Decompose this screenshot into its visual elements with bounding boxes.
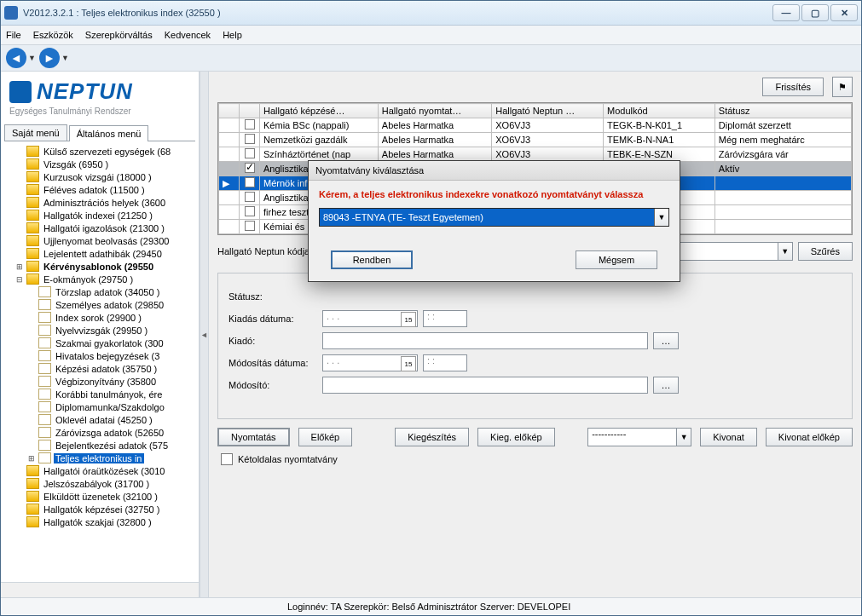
tree-node[interactable]: Jelszószabályok (31700 ): [3, 477, 199, 490]
checkbox[interactable]: [245, 148, 255, 158]
nav-back-dropdown[interactable]: ▼: [28, 54, 36, 62]
checkbox[interactable]: [245, 192, 255, 202]
filter-button[interactable]: Szűrés: [798, 242, 853, 261]
col-header[interactable]: Modulkód: [604, 104, 715, 118]
checkbox[interactable]: [245, 163, 255, 173]
nav-back-button[interactable]: ◄: [6, 48, 26, 68]
tree-node[interactable]: Féléves adatok (11500 ): [3, 183, 199, 196]
checkbox[interactable]: [245, 119, 255, 130]
issue-date-input[interactable]: . . .15: [322, 310, 418, 327]
table-row[interactable]: Színháztörténet (napAbeles HarmatkaXO6VJ…: [219, 147, 852, 162]
col-header[interactable]: [219, 104, 240, 118]
tree-node[interactable]: Nyelvvizsgák (29950 ): [3, 324, 199, 337]
row-checkbox-cell[interactable]: [240, 133, 260, 147]
tree-node[interactable]: Hallgatói óraütközések (3010: [3, 464, 199, 477]
complete-button[interactable]: Kiegészítés: [395, 428, 469, 446]
checkbox[interactable]: [245, 221, 255, 231]
maximize-button[interactable]: ▢: [801, 4, 829, 21]
tree-node[interactable]: Hivatalos bejegyzések (3: [3, 349, 199, 362]
table-row[interactable]: Nemzetközi gazdálkAbeles HarmatkaXO6VJ3T…: [219, 133, 852, 147]
nav-forward-dropdown[interactable]: ▼: [61, 54, 69, 62]
tree-node[interactable]: Ujjlenyomat beolvasás (29300: [3, 234, 199, 247]
row-checkbox-cell[interactable]: [240, 191, 260, 205]
dialog-ok-button[interactable]: Rendben: [331, 250, 413, 269]
print-button[interactable]: Nyomtatás: [217, 428, 290, 446]
col-header[interactable]: Hallgató nyomtat…: [378, 104, 491, 118]
twoside-checkbox[interactable]: [221, 453, 233, 465]
mod-time-input[interactable]: : :: [423, 354, 467, 371]
tree-node[interactable]: ⊞Teljes elektronikus in: [3, 452, 199, 464]
modifier-browse-button[interactable]: …: [653, 377, 679, 394]
tree-node[interactable]: Záróvizsga adatok (52650: [3, 426, 199, 439]
col-header[interactable]: [240, 104, 260, 118]
tree-node[interactable]: Kurzusok vizsgái (18000 ): [3, 170, 199, 183]
tree-node[interactable]: Bejelentkezési adatok (575: [3, 439, 199, 452]
tree-node[interactable]: Külső szervezeti egységek (68: [3, 145, 199, 158]
col-header[interactable]: Státusz: [714, 104, 851, 118]
format-combo[interactable]: -----------▼: [587, 428, 691, 446]
checkbox[interactable]: [245, 134, 255, 144]
mod-date-input[interactable]: . . .15: [322, 354, 418, 371]
tree-node[interactable]: Oklevél adatai (45250 ): [3, 413, 199, 426]
row-checkbox-cell[interactable]: [240, 176, 260, 191]
tree-node[interactable]: Személyes adatok (29850: [3, 298, 199, 311]
nav-forward-button[interactable]: ►: [39, 48, 60, 68]
tree-node[interactable]: Hallgatók indexei (21250 ): [3, 209, 199, 222]
tree-node[interactable]: ⊟E-okmányok (29750 ): [3, 273, 199, 285]
row-checkbox-cell[interactable]: [240, 118, 260, 133]
tree-node[interactable]: Diplomamunka/Szakdolgo: [3, 400, 199, 413]
tree-node[interactable]: ⊞Kérvénysablonok (29550: [3, 260, 199, 273]
modifier-input[interactable]: [322, 377, 648, 394]
menu-help[interactable]: Help: [223, 30, 242, 40]
extract-button[interactable]: Kivonat: [700, 428, 757, 446]
tab-own-menu[interactable]: Saját menü: [4, 124, 67, 141]
tree-node[interactable]: Képzési adatok (35750 ): [3, 362, 199, 375]
tree-node[interactable]: Vizsgák (6950 ): [3, 158, 199, 170]
sidebar-collapse-handle[interactable]: ◄: [200, 72, 209, 597]
tree-hscrollbar[interactable]: [1, 582, 199, 597]
tree-node[interactable]: Törzslap adatok (34050 ): [3, 285, 199, 298]
tree-node[interactable]: Szakmai gyakorlatok (300: [3, 337, 199, 349]
calendar-icon[interactable]: 15: [401, 356, 416, 371]
menu-file[interactable]: File: [6, 30, 21, 40]
col-header[interactable]: Hallgató képzésé…: [260, 104, 379, 118]
row-checkbox-cell[interactable]: [240, 162, 260, 176]
flag-icon-button[interactable]: ⚑: [832, 77, 853, 97]
complete-preview-button[interactable]: Kieg. előkép: [477, 428, 555, 446]
dialog-cancel-button[interactable]: Mégsem: [576, 250, 657, 269]
row-checkbox-cell[interactable]: [240, 220, 260, 234]
row-checkbox-cell[interactable]: [240, 205, 260, 220]
row-checkbox-cell[interactable]: [240, 147, 260, 162]
close-button[interactable]: ✕: [830, 4, 858, 21]
menu-kedvencek[interactable]: Kedvencek: [165, 30, 211, 40]
tree-node[interactable]: Lejelentett adathibák (29450: [3, 247, 199, 260]
tree-node[interactable]: Hallgatói igazolások (21300 ): [3, 222, 199, 234]
col-header[interactable]: Hallgató Neptun …: [492, 104, 604, 118]
tree-node[interactable]: Hallgatók szakjai (32800 ): [3, 515, 199, 528]
tree-node[interactable]: Végbizonyítvány (35800: [3, 375, 199, 388]
tree-view[interactable]: Külső szervezeti egységek (68Vizsgák (69…: [1, 141, 199, 582]
tab-general-menu[interactable]: Általános menü: [69, 125, 149, 141]
tree-node[interactable]: Index sorok (29900 ): [3, 311, 199, 324]
preview-button[interactable]: Előkép: [298, 428, 353, 446]
checkbox[interactable]: [245, 206, 255, 216]
tree-node[interactable]: Hallgatók képzései (32750 ): [3, 503, 199, 515]
refresh-button[interactable]: Frissítés: [762, 78, 824, 96]
calendar-icon[interactable]: 15: [401, 312, 416, 327]
extract-preview-button[interactable]: Kivonat előkép: [766, 428, 853, 446]
checkbox[interactable]: [245, 177, 255, 187]
tree-toggle[interactable]: ⊞: [14, 262, 24, 271]
tree-node[interactable]: Adminisztrációs helyek (3600: [3, 196, 199, 209]
issuer-browse-button[interactable]: …: [653, 332, 679, 349]
issue-time-input[interactable]: : :: [423, 310, 467, 327]
tree-toggle[interactable]: ⊟: [14, 275, 24, 284]
tree-node[interactable]: Korábbi tanulmányok, ére: [3, 388, 199, 400]
table-row[interactable]: Kémia BSc (nappali)Abeles HarmatkaXO6VJ3…: [219, 118, 852, 133]
tree-node[interactable]: Elküldött üzenetek (32100 ): [3, 490, 199, 503]
menu-eszközök[interactable]: Eszközök: [33, 30, 73, 40]
menu-szerepkörváltás[interactable]: Szerepkörváltás: [85, 30, 153, 40]
tree-toggle[interactable]: ⊞: [26, 454, 36, 463]
issuer-input[interactable]: [322, 332, 648, 349]
minimize-button[interactable]: —: [772, 4, 800, 21]
template-combo[interactable]: 89043 -ETNYA (TE- Teszt Egyetemen) ▼: [319, 208, 669, 227]
